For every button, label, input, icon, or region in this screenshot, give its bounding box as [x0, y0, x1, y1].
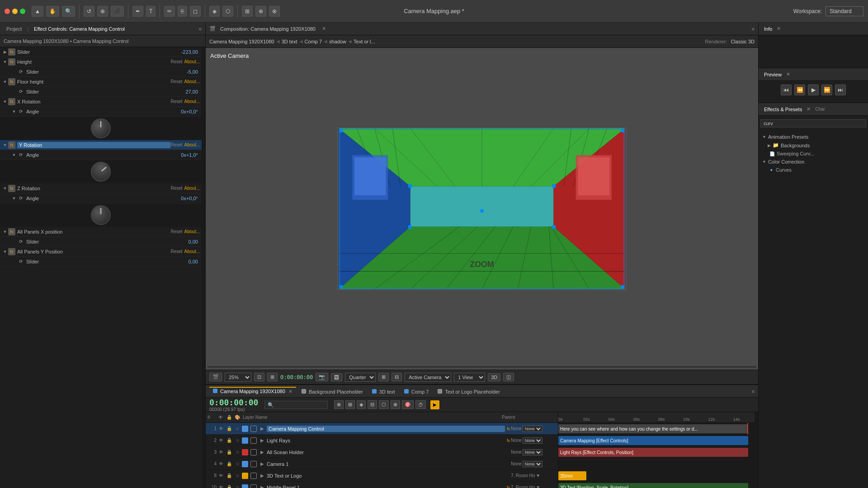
toggle-overlay-btn[interactable]: ◫: [503, 373, 514, 381]
track-bar-4[interactable]: 35mm: [558, 471, 586, 480]
layer-expand-10[interactable]: ▶: [259, 485, 266, 488]
tool-zoom[interactable]: 🔍: [62, 6, 75, 17]
track-bar-0[interactable]: Here you can see where and how can you c…: [558, 424, 748, 433]
show-snapshot-btn[interactable]: 🖼: [331, 373, 342, 381]
layer-solo-4[interactable]: ☆: [234, 461, 241, 466]
layer-eye-4[interactable]: 👁: [217, 461, 225, 466]
prop-row-16[interactable]: ▼fxAll Panels Y PositionResetAbout...: [0, 247, 202, 257]
quality-select[interactable]: QuarterHalfFull: [345, 373, 376, 382]
effect-category-backgrounds[interactable]: ▶ 📁 Backgrounds: [760, 141, 866, 150]
prop-value-12[interactable]: 0x+0,0°: [181, 196, 198, 201]
prop-expand-6[interactable]: ▼: [11, 108, 17, 115]
nav-comp-main[interactable]: Camera Mapping 1920X1080: [209, 39, 274, 44]
prop-expand-16[interactable]: ▼: [2, 249, 8, 255]
prop-row-4[interactable]: ⟳Slider27,00: [0, 87, 202, 97]
parent-select-2[interactable]: None: [523, 437, 542, 444]
comp-close-btn[interactable]: ✕: [322, 26, 326, 32]
tool-eraser[interactable]: ◻: [190, 6, 201, 17]
nav-comp-shadow[interactable]: shadow: [329, 39, 346, 44]
rp-tab-close-effects[interactable]: ✕: [807, 106, 811, 112]
prop-row-3[interactable]: ▼fxFloor heightResetAbout...: [0, 77, 202, 87]
prop-row-17[interactable]: ⟳Slider0,00: [0, 257, 202, 267]
prop-expand-5[interactable]: ▼: [2, 99, 8, 105]
prop-reset-1[interactable]: Reset: [170, 59, 182, 64]
prop-row-0[interactable]: ▶fxSlider-223,00: [0, 47, 202, 57]
effect-item-curves[interactable]: ✦ Curves: [760, 166, 866, 174]
layer-eye-2[interactable]: 👁: [217, 438, 225, 443]
rp-tab-close-info[interactable]: ✕: [777, 26, 781, 32]
snapshot-btn[interactable]: 📷: [316, 373, 328, 381]
knob-7[interactable]: [91, 118, 111, 138]
zoom-select[interactable]: 25%50%100%: [225, 373, 251, 382]
tab-project[interactable]: Project: [4, 25, 24, 33]
preview-play-btn[interactable]: ▶: [808, 84, 819, 95]
layer-lock-3[interactable]: 🔒: [226, 450, 233, 455]
rp-tab-close-preview[interactable]: ✕: [786, 71, 790, 77]
tl-tool-8[interactable]: ⏱: [415, 400, 426, 409]
tool-selection[interactable]: ▲: [32, 6, 43, 17]
viewport-format-btn[interactable]: 🎬: [209, 373, 222, 381]
layer-row-1[interactable]: 1 👁 🔒 ☆ ▶ Camera Mapping Control fx None…: [206, 423, 558, 435]
track-bar-5[interactable]: 3D Text [Position, Scale, Rotation]: [558, 483, 748, 488]
knob-13[interactable]: [91, 205, 111, 225]
prop-row-11[interactable]: ▼fxZ RotationResetAbout...: [0, 183, 202, 193]
parent-select-1[interactable]: None: [523, 426, 542, 432]
layer-expand-2[interactable]: ▶: [259, 438, 266, 443]
tool-hand[interactable]: ✋: [46, 6, 59, 17]
tab-effect-controls[interactable]: Effect Controls: Camera Mapping Control: [31, 25, 127, 33]
maximize-window-btn[interactable]: [20, 9, 25, 14]
layer-lock-1[interactable]: 🔒: [226, 426, 233, 431]
comp-panel-menu[interactable]: ≡: [752, 26, 755, 32]
prop-value-15[interactable]: 0,00: [189, 239, 198, 244]
layer-expand-1[interactable]: ▶: [259, 426, 266, 431]
tl-tool-3[interactable]: ◈: [357, 400, 366, 409]
tool-unified[interactable]: ⬛: [111, 6, 124, 17]
preview-last-btn[interactable]: ⏭: [835, 84, 846, 95]
tl-tool-4[interactable]: ⊟: [368, 400, 377, 409]
tl-tool-5[interactable]: ⬡: [379, 400, 389, 409]
tl-tab-textlogo[interactable]: Text or Logo Placeholder: [434, 387, 504, 395]
rp-tab-effects[interactable]: Effects & Presets: [762, 106, 804, 113]
tl-tab-main[interactable]: Camera Mapping 1920X1080 ✕: [209, 387, 296, 395]
tool-align[interactable]: ⊞: [242, 6, 253, 17]
rp-tab-info[interactable]: Info: [762, 25, 774, 33]
layer-solo-8[interactable]: ☆: [234, 473, 241, 478]
track-bar-1[interactable]: Camera Mapping [Effect Controls]: [558, 436, 748, 445]
rp-tab-char[interactable]: Char: [815, 107, 825, 112]
prop-reset-14[interactable]: Reset: [170, 229, 182, 234]
layer-eye-8[interactable]: 👁: [217, 473, 225, 478]
prop-value-17[interactable]: 0,00: [189, 259, 198, 264]
prop-reset-16[interactable]: Reset: [170, 249, 182, 254]
prop-about-1[interactable]: About...: [184, 59, 200, 64]
layer-row-3[interactable]: 3 👁 🔒 ☆ ▶ All Scean Holder None None: [206, 446, 558, 458]
prop-about-5[interactable]: About...: [184, 99, 200, 104]
prop-value-4[interactable]: 27,00: [185, 89, 198, 94]
tool-roto[interactable]: ◈: [209, 6, 220, 17]
tl-tool-2[interactable]: ⊞: [345, 400, 355, 409]
nav-comp-3dtext[interactable]: 3D text: [282, 39, 297, 44]
tool-rotate[interactable]: ↺: [84, 6, 94, 17]
timeline-search-input[interactable]: [264, 401, 328, 409]
renderer-value[interactable]: Classic 3D: [731, 39, 755, 44]
prop-expand-3[interactable]: ▼: [2, 79, 8, 85]
tool-snap[interactable]: ⊕: [255, 6, 266, 17]
prop-expand-9[interactable]: ▼: [11, 152, 17, 158]
layer-solo-2[interactable]: ☆: [234, 438, 241, 443]
tl-tool-6[interactable]: ⊕: [391, 400, 400, 409]
timeline-current-time[interactable]: 0:00:00:00: [209, 398, 258, 407]
effect-category-animation-presets[interactable]: ▼ Animation Presets: [760, 133, 866, 141]
layer-solo-3[interactable]: ☆: [234, 450, 241, 455]
layer-expand-3[interactable]: ▶: [259, 450, 266, 455]
layer-row-4[interactable]: 4 👁 🔒 ☆ ▶ Camera 1 None None: [206, 458, 558, 470]
prop-row-5[interactable]: ▼fxX RotationResetAbout...: [0, 97, 202, 107]
close-window-btn[interactable]: [5, 9, 10, 14]
prop-expand-12[interactable]: ▼: [11, 195, 17, 202]
nav-comp-comp7[interactable]: Comp 7: [305, 39, 322, 44]
layer-lock-10[interactable]: 🔒: [226, 485, 233, 488]
prop-about-8[interactable]: About...: [184, 142, 200, 147]
prop-value-9[interactable]: 0x+1,0°: [181, 152, 198, 158]
tl-tab-bg[interactable]: Background Placeholder: [298, 387, 367, 395]
tool-extra[interactable]: ⊗: [269, 6, 280, 17]
layer-lock-8[interactable]: 🔒: [226, 473, 233, 478]
tool-clone[interactable]: ⎘: [178, 6, 187, 17]
